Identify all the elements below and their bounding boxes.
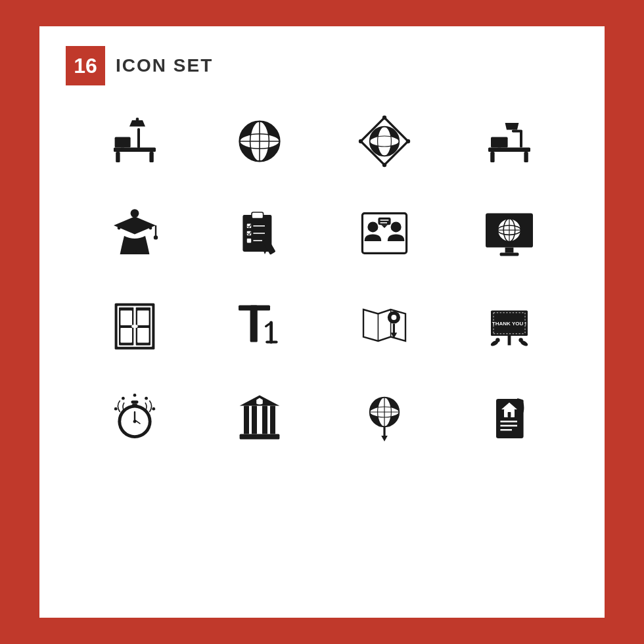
header: 16 ICON SET [66,46,578,85]
svg-point-109 [133,394,137,397]
svg-point-85 [135,325,138,328]
svg-rect-30 [524,152,528,162]
svg-rect-7 [115,137,131,148]
svg-marker-36 [505,123,519,129]
svg-rect-119 [132,403,137,407]
svg-rect-123 [244,405,249,434]
svg-rect-126 [270,405,275,434]
svg-point-113 [122,397,125,400]
svg-rect-32 [491,137,508,148]
icon-desk-lamp [79,105,191,177]
svg-marker-136 [381,436,388,442]
svg-rect-104 [508,336,511,345]
svg-marker-5 [129,120,145,127]
header-title: ICON SET [116,55,213,76]
svg-rect-61 [378,218,390,225]
svg-rect-143 [508,412,511,417]
icon-timer [79,381,191,453]
svg-point-27 [359,139,363,143]
svg-rect-83 [137,328,149,342]
svg-point-42 [149,227,152,230]
svg-point-60 [391,221,402,232]
icons-grid: THANK YOU ! [66,105,578,453]
svg-point-59 [367,221,378,232]
icon-graduation [79,197,191,269]
svg-rect-67 [505,248,514,253]
svg-rect-87 [250,306,258,342]
svg-point-25 [406,139,410,143]
svg-rect-81 [120,328,132,342]
svg-point-26 [382,163,386,167]
svg-point-43 [133,250,137,254]
svg-rect-29 [490,152,494,162]
svg-point-24 [382,116,386,120]
svg-point-84 [131,325,135,328]
svg-rect-125 [262,405,267,434]
svg-point-111 [152,407,155,411]
svg-rect-33 [497,148,501,150]
icon-desk-lamp2 [453,105,565,177]
svg-rect-82 [137,311,149,325]
svg-rect-54 [247,239,251,242]
icon-typography [204,289,315,361]
svg-rect-4 [137,128,140,148]
svg-rect-45 [252,212,264,219]
icon-door [79,289,191,361]
svg-rect-8 [121,148,124,150]
svg-rect-122 [240,434,280,440]
svg-point-95 [391,315,396,320]
header-number: 16 [66,46,105,85]
icon-chat-users [329,197,440,269]
svg-rect-124 [252,405,257,434]
svg-text:THANK YOU !: THANK YOU ! [492,321,526,327]
svg-rect-120 [131,400,138,403]
svg-rect-35 [512,129,522,132]
svg-marker-37 [114,216,156,234]
icon-bank [204,381,315,453]
icon-thankyou: THANK YOU ! [453,289,565,361]
svg-rect-1 [116,152,120,162]
svg-point-110 [145,397,148,400]
icon-globe-diamond [329,105,440,177]
svg-rect-80 [120,311,132,325]
svg-point-41 [118,227,121,230]
svg-rect-2 [149,152,153,162]
svg-point-39 [154,235,158,239]
svg-rect-68 [500,253,519,256]
icon-house-scroll [453,381,565,453]
icon-location-globe [329,381,440,453]
icon-monitor-globe [453,197,565,269]
svg-point-6 [136,118,139,121]
svg-point-40 [131,209,139,218]
svg-rect-34 [520,131,522,148]
main-card: 16 ICON SET [39,26,605,618]
icon-map-pin [329,289,440,361]
icon-globe [204,105,315,177]
svg-rect-31 [509,149,524,152]
icon-checklist [204,197,315,269]
svg-point-112 [114,407,118,411]
